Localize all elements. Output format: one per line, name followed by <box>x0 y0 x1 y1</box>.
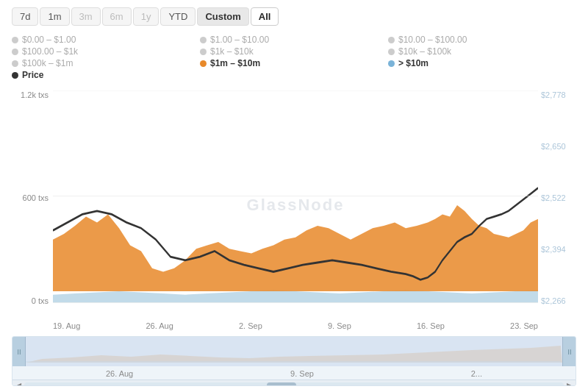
legend-label-price: Price <box>22 70 43 80</box>
legend-item-5: $10k – $100k <box>388 46 576 57</box>
minimap-labels: 26. Aug 9. Sep 2... <box>12 366 576 379</box>
x-label-4: 16. Sep <box>417 321 445 330</box>
y-left-bot: 0 txs <box>32 296 49 305</box>
chart-svg: GlassNode <box>53 90 538 320</box>
area-orange <box>53 205 538 291</box>
y-right-5: $2,266 <box>541 296 566 305</box>
y-right-2: $2,650 <box>541 142 566 151</box>
legend-label-2: $10.00 – $100.00 <box>398 35 467 45</box>
scroll-left-arrow[interactable]: ◀ <box>14 380 24 387</box>
minimap-inner: ⏸ ⏸ <box>12 337 576 366</box>
legend-item-3: $100.00 – $1k <box>12 46 200 57</box>
x-label-2: 2. Sep <box>239 321 262 330</box>
y-right-4: $2,394 <box>541 245 566 254</box>
x-label-5: 23. Sep <box>510 321 538 330</box>
handle-left-icon: ⏸ <box>15 348 23 356</box>
x-label-0: 19. Aug <box>53 321 80 330</box>
btn-3m[interactable]: 3m <box>71 7 101 26</box>
x-label-3: 9. Sep <box>328 321 351 330</box>
legend-item-6: $100k – $1m <box>12 58 200 68</box>
legend-item-8: > $10m <box>388 58 576 68</box>
y-axis-right: $2,778 $2,650 $2,522 $2,394 $2,266 <box>538 90 576 320</box>
btn-ytd[interactable]: YTD <box>160 7 196 26</box>
y-left-mid: 600 txs <box>23 193 49 202</box>
scroll-track[interactable] <box>24 382 564 387</box>
legend-dot-0 <box>12 37 18 43</box>
x-label-1: 26. Aug <box>146 321 173 330</box>
btn-custom[interactable]: Custom <box>197 7 248 26</box>
btn-6m[interactable]: 6m <box>102 7 132 26</box>
legend-item-2: $10.00 – $100.00 <box>388 35 576 45</box>
legend-item-1: $1.00 – $10.00 <box>200 35 388 45</box>
chart-area: 1.2k txs 600 txs 0 txs GlassNode <box>12 90 576 320</box>
legend-item-7: $1m – $10m <box>200 58 388 68</box>
area-blue <box>53 290 538 302</box>
time-range-buttons: 7d 1m 3m 6m 1y YTD Custom All <box>12 7 576 26</box>
legend-dot-2 <box>388 37 395 43</box>
minimap-label-0: 26. Aug <box>106 369 133 378</box>
btn-all[interactable]: All <box>251 7 279 26</box>
minimap-handle-right[interactable]: ⏸ <box>562 337 576 366</box>
y-left-top: 1.2k txs <box>21 90 49 99</box>
y-right-1: $2,778 <box>541 90 566 99</box>
minimap-handle-left[interactable]: ⏸ <box>12 337 26 366</box>
legend-dot-3 <box>12 49 18 55</box>
minimap-label-2: 2... <box>471 369 482 378</box>
x-axis: 19. Aug 26. Aug 2. Sep 9. Sep 16. Sep 23… <box>53 320 538 330</box>
minimap[interactable]: ⏸ ⏸ 26. Aug 9. Sep 2... ◀ ▶ <box>12 336 576 386</box>
scroll-right-arrow[interactable]: ▶ <box>564 380 574 387</box>
y-axis-left: 1.2k txs 600 txs 0 txs <box>12 90 53 320</box>
legend-dot-5 <box>388 49 395 55</box>
legend-dot-6 <box>12 60 18 67</box>
chart-legend: $0.00 – $1.00 $1.00 – $10.00 $10.00 – $1… <box>12 35 576 80</box>
legend-item-0: $0.00 – $1.00 <box>12 35 200 45</box>
legend-label-4: $1k – $10k <box>210 46 254 57</box>
legend-label-5: $10k – $100k <box>398 46 451 57</box>
btn-7d[interactable]: 7d <box>12 7 38 26</box>
legend-dot-price <box>12 72 18 79</box>
minimap-highlight <box>12 337 576 366</box>
legend-label-6: $100k – $1m <box>22 58 73 68</box>
legend-dot-4 <box>200 49 207 55</box>
main-container: 7d 1m 3m 6m 1y YTD Custom All $0.00 – $1… <box>0 0 588 392</box>
y-right-3: $2,522 <box>541 193 566 202</box>
legend-dot-1 <box>200 37 207 43</box>
legend-item-price: Price <box>12 70 200 80</box>
btn-1y[interactable]: 1y <box>133 7 159 26</box>
btn-1m[interactable]: 1m <box>40 7 69 26</box>
minimap-scrollbar: ◀ ▶ <box>12 379 576 386</box>
scroll-thumb[interactable] <box>267 382 296 387</box>
minimap-label-1: 9. Sep <box>290 369 314 378</box>
legend-label-8: > $10m <box>398 58 429 68</box>
chart-wrapper: 1.2k txs 600 txs 0 txs GlassNode <box>12 90 576 330</box>
legend-label-3: $100.00 – $1k <box>22 46 78 57</box>
legend-label-0: $0.00 – $1.00 <box>22 35 76 45</box>
handle-right-icon: ⏸ <box>566 348 573 356</box>
legend-label-1: $1.00 – $10.00 <box>210 35 269 45</box>
legend-dot-7 <box>200 60 207 67</box>
legend-item-4: $1k – $10k <box>200 46 388 57</box>
legend-label-7: $1m – $10m <box>210 58 260 68</box>
legend-dot-8 <box>388 60 395 67</box>
